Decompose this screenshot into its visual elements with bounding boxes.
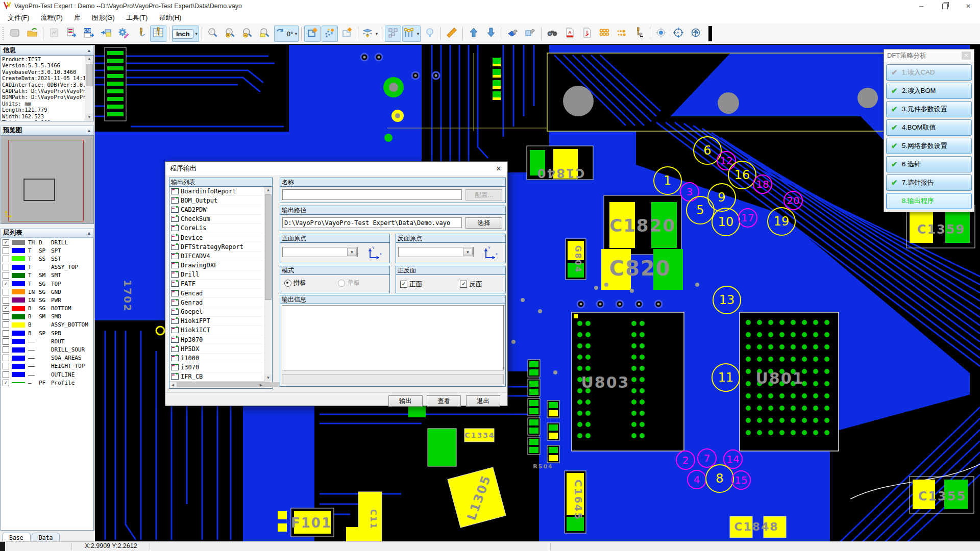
scroll-left-icon[interactable]: ◀ — [169, 382, 176, 388]
bulb-button[interactable] — [422, 26, 438, 42]
menu-item-0[interactable]: 文件(F) — [2, 12, 35, 23]
dft-step-3-button[interactable]: ✔3.元件参数设置 — [886, 101, 972, 117]
scroll-down-icon[interactable]: ▼ — [264, 374, 272, 382]
zoom-button[interactable] — [205, 26, 221, 42]
output-format-item[interactable]: Genrad — [169, 298, 264, 307]
layer-visibility-checkbox[interactable]: ✓ — [3, 281, 9, 287]
tool-board2-button[interactable] — [522, 26, 538, 42]
output-format-item[interactable]: BOM_Output — [169, 196, 264, 205]
scroll-thumb[interactable] — [86, 64, 93, 86]
scroll-thumb[interactable] — [177, 382, 284, 387]
layer-row-sst[interactable]: TSSSST — [1, 255, 93, 263]
gear-pencil-button[interactable] — [115, 26, 132, 42]
layer-visibility-checkbox[interactable] — [3, 297, 9, 304]
layer-row-gnd[interactable]: INSGGND — [1, 288, 93, 296]
layer-row-outline[interactable]: ——OUTLINE — [1, 370, 93, 379]
layer-visibility-checkbox[interactable] — [3, 313, 9, 320]
name-input[interactable] — [282, 189, 462, 200]
layer-visibility-checkbox[interactable]: ✓ — [3, 239, 9, 246]
pin-wrench-button[interactable] — [631, 26, 647, 42]
output-format-item[interactable]: i1000 — [169, 354, 264, 363]
output-format-item[interactable]: Device — [169, 233, 264, 242]
output-format-item[interactable]: DrawingDXF — [169, 261, 264, 270]
pdf2-button[interactable] — [579, 26, 595, 42]
menu-item-3[interactable]: 图形(G) — [86, 12, 120, 23]
layer-visibility-checkbox[interactable] — [3, 321, 9, 328]
chevron-down-icon[interactable]: ▼ — [347, 248, 357, 256]
output-format-item[interactable]: HP5DX — [169, 344, 264, 354]
back-origin-select[interactable]: ▼ — [398, 247, 474, 257]
layer-row-drill_sour[interactable]: ——DRILL_SOUR — [1, 345, 93, 354]
output-format-item[interactable]: CAD2PDW — [169, 205, 264, 214]
restore-icon[interactable] — [933, 0, 957, 12]
output-format-item[interactable]: CheckSum — [169, 215, 264, 224]
dft-close-icon[interactable]: ✕ — [962, 52, 971, 60]
layer-visibility-checkbox[interactable]: ✓ — [3, 305, 9, 312]
ruler-button[interactable] — [444, 26, 460, 42]
board-sun-button[interactable] — [304, 26, 321, 42]
front-side-checkbox[interactable]: ✓正面 — [400, 280, 422, 289]
collapse-icon[interactable]: ▲ — [87, 48, 91, 53]
zoom-out-button[interactable] — [239, 26, 256, 42]
tab-data[interactable]: Data — [32, 533, 60, 542]
list-horizontal-scrollbar[interactable]: ◀ ▶ — [169, 381, 264, 388]
layer-row-profile[interactable]: ✓—PFProfile — [1, 379, 93, 387]
select-pins-button[interactable]: ▼ — [402, 26, 421, 42]
dft-step-7-button[interactable]: ✔7.选针报告 — [886, 174, 972, 191]
layer-row-top[interactable]: ✓TSGTOP — [1, 280, 93, 288]
close-icon[interactable]: ✕ — [957, 0, 980, 12]
layer-visibility-checkbox[interactable] — [3, 272, 9, 279]
select-path-button[interactable]: 选择 — [465, 217, 502, 229]
output-format-item[interactable]: Hp3070 — [169, 335, 264, 344]
layer-visibility-checkbox[interactable] — [3, 371, 9, 378]
output-format-item[interactable]: Drill — [169, 270, 264, 280]
info-section-header[interactable]: 信息 ▲ — [1, 45, 94, 55]
dots-sun-button[interactable] — [322, 26, 338, 42]
collapse-icon[interactable]: ▲ — [87, 128, 91, 133]
layer-visibility-checkbox[interactable] — [3, 338, 9, 345]
select-rects-button[interactable] — [385, 26, 401, 42]
view-button[interactable]: 查看 — [427, 395, 461, 407]
chevron-down-icon[interactable]: ▼ — [194, 32, 199, 36]
layers-section-header[interactable]: 层列表 ▲ — [1, 228, 94, 238]
back-side-checkbox[interactable]: ✓反面 — [460, 280, 482, 289]
front-origin-select[interactable]: ▼ — [282, 247, 358, 257]
scroll-right-icon[interactable]: ▶ — [258, 382, 264, 388]
list-vertical-scrollbar[interactable]: ▲ ▼ — [264, 187, 272, 382]
layer-row-pwr[interactable]: INSGPWR — [1, 296, 93, 304]
layer-row-sqa_areas[interactable]: ——SQA_AREAS — [1, 354, 93, 362]
layer-visibility-checkbox[interactable] — [3, 289, 9, 295]
layer-row-spb[interactable]: BSPSPB — [1, 329, 93, 337]
output-format-item[interactable]: Gencad — [169, 289, 264, 298]
dft-step-6-button[interactable]: ✔6.选针 — [886, 156, 972, 172]
tool-board-button[interactable] — [505, 26, 521, 42]
layer-visibility-checkbox[interactable] — [3, 256, 9, 262]
tab-base[interactable]: Base — [2, 533, 31, 542]
rotate-button[interactable]: 0°▼ — [274, 26, 299, 42]
menu-item-4[interactable]: 工具(T) — [120, 12, 154, 23]
layer-row-spt[interactable]: TSPSPT — [1, 246, 93, 255]
outline-sun-button[interactable] — [339, 26, 355, 42]
layer-visibility-checkbox[interactable] — [3, 355, 9, 361]
dft-step-4-button[interactable]: ✔4.BOM取值 — [886, 119, 972, 136]
dft-step-2-button[interactable]: ✔2.读入BOM — [886, 83, 972, 99]
scroll-up-icon[interactable]: ▲ — [85, 56, 93, 63]
single-mode-radio[interactable]: 单板 — [338, 279, 360, 287]
layer-visibility-checkbox[interactable] — [3, 330, 9, 337]
chevron-down-icon[interactable]: ▼ — [375, 32, 379, 36]
layer-visibility-checkbox[interactable] — [3, 346, 9, 353]
dft-step-8-button[interactable]: 8.输出程序 — [886, 193, 972, 209]
pdf-button[interactable]: A — [561, 26, 578, 42]
report-button[interactable] — [46, 26, 62, 42]
output-format-item[interactable]: DFTStrategyReport — [169, 242, 264, 252]
zoom-in-button[interactable] — [222, 26, 238, 42]
info-scrollbar[interactable]: ▲ ▼ — [85, 56, 93, 121]
layer-row-drill[interactable]: ✓THDDRILL — [1, 238, 93, 246]
output-format-item[interactable]: i3070 — [169, 363, 264, 372]
zoom-window-button[interactable] — [257, 26, 273, 42]
scroll-down-icon[interactable]: ▼ — [85, 114, 93, 121]
cad-bom-button[interactable]: CAD — [81, 26, 97, 42]
dft-step-1-button[interactable]: ✔1.读入CAD — [886, 64, 972, 81]
bom-export-button[interactable] — [63, 26, 80, 42]
output-format-item[interactable]: DIFCADV4 — [169, 252, 264, 261]
